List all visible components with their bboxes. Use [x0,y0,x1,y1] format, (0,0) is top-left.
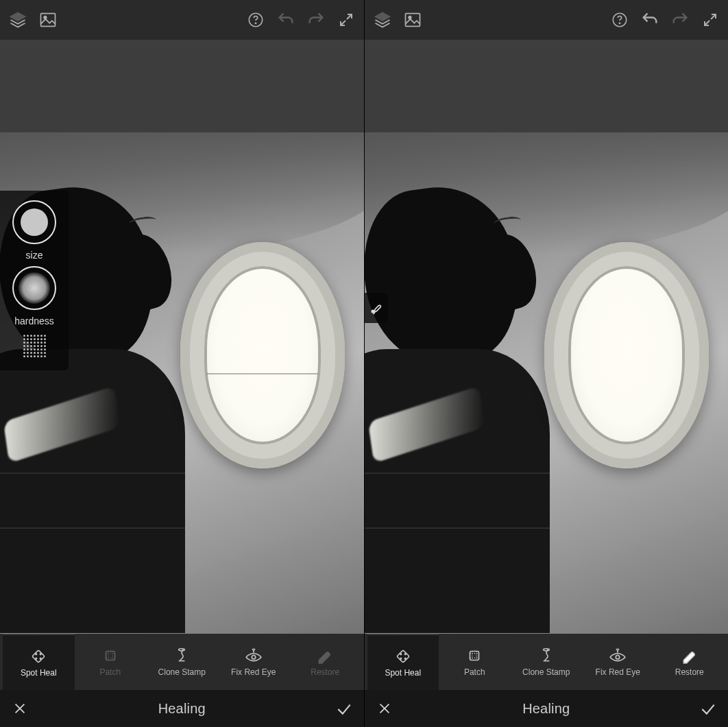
svg-rect-14 [405,14,420,27]
tool-patch[interactable]: Patch [439,634,511,690]
editor-panel-right: Spot Heal Patch Clone Stamp Fix Red Eye [364,0,729,727]
brush-pattern-icon[interactable] [21,332,48,359]
canvas-area[interactable] [365,40,729,634]
brush-settings-handle[interactable] [365,293,388,323]
tool-fix-red-eye[interactable]: Fix Red Eye [582,634,654,690]
mode-title: Healing [30,701,334,717]
image-icon[interactable] [37,9,59,31]
brush-size-label: size [26,250,43,261]
svg-point-23 [404,658,406,659]
tool-spot-heal-label: Spot Heal [21,668,57,678]
healing-tools: Spot Heal Patch Clone Stamp Fix Red Eye [0,634,364,690]
svg-point-4 [255,23,256,23]
svg-rect-24 [470,652,479,660]
svg-point-22 [400,658,402,659]
healing-tools: Spot Heal Patch Clone Stamp Fix Red Eye [365,634,729,690]
top-toolbar [0,0,364,40]
canvas-area[interactable]: size hardness [0,40,364,634]
confirm-button[interactable] [334,698,354,719]
brush-size-knob[interactable] [12,200,56,244]
fullscreen-icon[interactable] [335,9,357,31]
svg-point-2 [44,16,47,19]
svg-point-17 [619,23,620,23]
tool-clone-stamp[interactable]: Clone Stamp [511,634,583,690]
cancel-button[interactable] [10,698,30,719]
tool-restore-label: Restore [675,667,704,677]
svg-rect-1 [41,14,56,27]
top-toolbar [365,0,729,40]
tool-restore[interactable]: Restore [654,634,726,690]
mode-bar: Healing [0,690,364,727]
tool-fix-red-eye-label: Fix Red Eye [231,667,276,677]
svg-rect-10 [106,652,114,660]
tool-patch-label: Patch [99,667,121,677]
cancel-button[interactable] [374,698,395,719]
tool-patch-label: Patch [464,667,485,677]
svg-point-21 [404,654,406,655]
brush-settings-panel: size hardness [0,191,69,370]
help-icon[interactable] [245,9,267,31]
svg-rect-19 [397,650,409,663]
mode-title: Healing [395,701,699,717]
brush-hardness-label: hardness [14,315,54,326]
subject-silhouette [365,187,550,633]
svg-point-12 [252,655,255,658]
airplane-window [544,242,709,468]
tool-fix-red-eye-label: Fix Red Eye [596,667,640,677]
fullscreen-icon[interactable] [699,9,721,31]
svg-marker-13 [375,13,389,21]
svg-point-20 [400,654,402,655]
svg-point-9 [40,658,42,659]
image-icon[interactable] [402,9,424,31]
brush-hardness-knob[interactable] [12,266,56,310]
svg-point-11 [179,649,185,651]
tool-restore[interactable]: Restore [289,634,361,690]
tool-clone-stamp-label: Clone Stamp [522,667,570,677]
layers-icon[interactable] [372,9,393,31]
tool-patch[interactable]: Patch [75,634,147,690]
svg-marker-0 [11,13,25,21]
help-icon[interactable] [609,9,631,31]
tool-spot-heal[interactable]: Spot Heal [3,634,75,690]
redo-icon[interactable] [669,9,691,31]
mode-bar: Healing [365,690,729,727]
undo-icon[interactable] [275,9,297,31]
confirm-button[interactable] [698,698,718,719]
svg-point-8 [36,658,37,659]
layers-icon[interactable] [7,9,29,31]
editor-panel-left: size hardness [0,0,364,727]
redo-icon[interactable] [305,9,327,31]
svg-rect-5 [32,650,45,663]
tool-clone-stamp-label: Clone Stamp [158,667,206,677]
svg-point-25 [543,649,549,651]
svg-point-15 [409,16,411,19]
svg-point-7 [40,654,42,655]
tool-fix-red-eye[interactable]: Fix Red Eye [218,634,290,690]
tool-spot-heal[interactable]: Spot Heal [367,634,439,690]
tool-restore-label: Restore [311,667,339,677]
svg-point-18 [372,310,374,312]
svg-point-26 [616,655,620,658]
undo-icon[interactable] [639,9,661,31]
svg-point-6 [36,654,37,655]
airplane-window [180,242,345,468]
tool-clone-stamp[interactable]: Clone Stamp [146,634,218,690]
tool-spot-heal-label: Spot Heal [385,668,421,678]
